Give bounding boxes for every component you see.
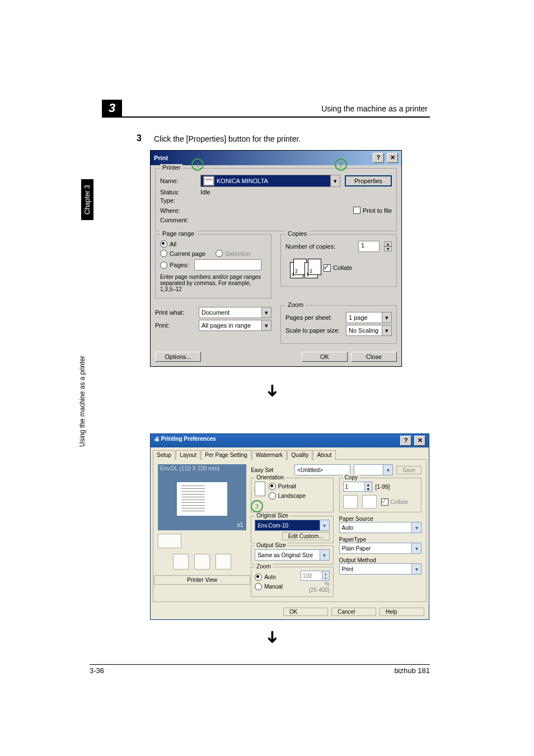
portrait-label: Portrait	[278, 483, 296, 489]
radio-icon	[255, 573, 262, 581]
output-method-dropdown[interactable]: Print▾	[339, 563, 421, 575]
close-dialog-button[interactable]: Close	[351, 352, 397, 362]
landscape-radio[interactable]: Landscape	[269, 492, 306, 500]
where-label: Where:	[160, 207, 196, 214]
pages-input[interactable]	[194, 259, 261, 270]
zoom-auto-label: Auto	[264, 574, 276, 580]
options-button[interactable]: Options...	[155, 352, 201, 362]
prefs-title: Printing Preferences	[161, 436, 216, 442]
tab-layout[interactable]: Layout	[176, 450, 200, 460]
orientation-legend: Orientation	[255, 474, 285, 480]
selection-label: Selection	[225, 250, 250, 257]
dropdown-arrow-icon: ▾	[383, 465, 392, 475]
layout-icon-2	[194, 554, 210, 570]
easy-set-dropdown-arrow[interactable]: ▾	[354, 464, 393, 475]
chapter-badge: 3	[102, 100, 122, 116]
type-label: Type:	[160, 197, 196, 204]
edit-custom-button[interactable]: Edit Custom...	[282, 532, 330, 540]
print-label: Print:	[155, 322, 194, 329]
tab-per-page-setting[interactable]: Per Page Setting	[201, 450, 251, 460]
printer-group: Printer Name: KONICA MINOLTA ▾ Propertie…	[155, 168, 397, 231]
printer-name-dropdown[interactable]: KONICA MINOLTA ▾	[200, 175, 340, 187]
ok-button[interactable]: OK	[302, 352, 348, 362]
annotation-2: 2	[335, 158, 347, 171]
down-arrow-icon: ➜	[263, 384, 283, 398]
tab-quality[interactable]: Quality	[287, 450, 312, 460]
radio-icon	[269, 483, 276, 490]
print-what-dropdown[interactable]: Document▾	[199, 307, 271, 318]
tab-about[interactable]: About	[313, 450, 335, 460]
zoom-auto-radio[interactable]: Auto	[255, 573, 276, 581]
radio-icon	[255, 583, 262, 590]
status-label: Status:	[160, 189, 196, 195]
spin-down-icon[interactable]: ▼	[384, 246, 392, 251]
spin-up-icon[interactable]: ▲	[365, 482, 372, 487]
zoom-legend: Zoom	[285, 301, 306, 308]
tab-setup[interactable]: Setup	[153, 450, 175, 460]
save-button[interactable]: Save	[396, 466, 421, 474]
dropdown-arrow-icon: ▾	[320, 520, 329, 530]
page-number: 3-36	[90, 666, 104, 675]
easy-set-dropdown[interactable]: <Untitled>	[294, 464, 350, 475]
copies-group: Copies Number of copies: 1 ▲ ▼ 1 2 1 2	[280, 234, 397, 287]
close-button[interactable]: ✕	[414, 436, 425, 446]
name-label: Name:	[160, 178, 196, 184]
all-radio[interactable]: All	[160, 240, 176, 248]
step-text: Click the [Properties] button for the pr…	[154, 134, 301, 143]
zoom-manual-radio[interactable]: Manual	[255, 583, 283, 590]
collate-icon-2	[362, 495, 377, 508]
page-preview: Env.DL (110 X 220 mm) x1	[158, 464, 246, 530]
ok-button[interactable]: OK	[283, 608, 328, 616]
printer-icon	[158, 534, 181, 548]
comment-label: Comment:	[160, 217, 196, 223]
annotation-3: 3	[251, 500, 263, 512]
paper-type-dropdown[interactable]: Plain Paper▾	[339, 543, 421, 554]
original-size-dropdown[interactable]: Env.Com-10▾	[255, 520, 329, 531]
print-to-file-checkbox[interactable]: Print to file	[353, 207, 392, 214]
dropdown-arrow-icon: ▾	[411, 543, 421, 553]
layout-icon-1	[173, 554, 189, 570]
print-what-value: Document	[202, 309, 229, 316]
dropdown-arrow-icon: ▾	[330, 175, 340, 186]
printer-view-button[interactable]: Printer View	[154, 575, 250, 585]
prefs-tabs: Setup Layout Per Page Setting Watermark …	[153, 450, 427, 459]
pps-dropdown[interactable]: 1 page▾	[346, 312, 392, 323]
page-orientation-icon	[255, 482, 265, 496]
checkbox-icon	[353, 207, 360, 214]
pages-radio[interactable]: Pages:	[160, 259, 261, 270]
close-button[interactable]: ✕	[387, 153, 398, 163]
scale-dropdown[interactable]: No Scaling▾	[346, 325, 392, 336]
output-size-legend: Output Size	[255, 542, 287, 548]
radio-icon	[160, 262, 167, 269]
header-section-title: Using the machine as a printer	[321, 104, 428, 113]
help-button[interactable]: ?	[373, 153, 384, 163]
spin-up-icon[interactable]: ▲	[384, 241, 392, 246]
tab-watermark[interactable]: Watermark	[252, 450, 287, 460]
selection-radio: Selection	[216, 250, 250, 257]
copy-spin[interactable]: 1▲▼	[343, 482, 372, 492]
prefs-titlebar: 🖨 Printing Preferences ? ✕	[151, 434, 429, 447]
collate-checkbox[interactable]: Collate	[324, 264, 352, 272]
spin-down-icon[interactable]: ▼	[365, 487, 372, 491]
current-page-radio[interactable]: Current page	[160, 250, 205, 257]
easy-set-label: Easy Set	[251, 467, 291, 473]
num-copies-value[interactable]: 1	[358, 241, 380, 252]
output-size-dropdown[interactable]: Same as Original Size▾	[255, 549, 329, 561]
help-button[interactable]: ?	[400, 436, 411, 446]
print-range-dropdown[interactable]: All pages in range▾	[199, 320, 271, 331]
orientation-group: Orientation Portrait Landscape	[251, 478, 333, 512]
properties-button[interactable]: Properties	[345, 175, 392, 186]
copies-legend: Copies	[285, 230, 309, 237]
scale-label: Scale to paper size:	[285, 327, 341, 334]
printing-preferences-dialog: 🖨 Printing Preferences ? ✕ Setup Layout …	[150, 433, 429, 620]
collate-label: Collate	[391, 499, 408, 505]
help-button[interactable]: Help	[380, 608, 424, 616]
paper-source-dropdown[interactable]: Auto▾	[339, 522, 421, 533]
down-arrow-icon: ➜	[263, 630, 283, 644]
dropdown-arrow-icon: ▾	[320, 550, 329, 560]
paper-source-label: Paper Source	[339, 516, 421, 522]
cancel-button[interactable]: Cancel	[331, 608, 376, 616]
portrait-radio[interactable]: Portrait	[269, 483, 296, 490]
paper-source-value: Auto	[342, 525, 354, 531]
copy-group: Copy 1▲▼ [1-99] Collate	[339, 478, 421, 512]
